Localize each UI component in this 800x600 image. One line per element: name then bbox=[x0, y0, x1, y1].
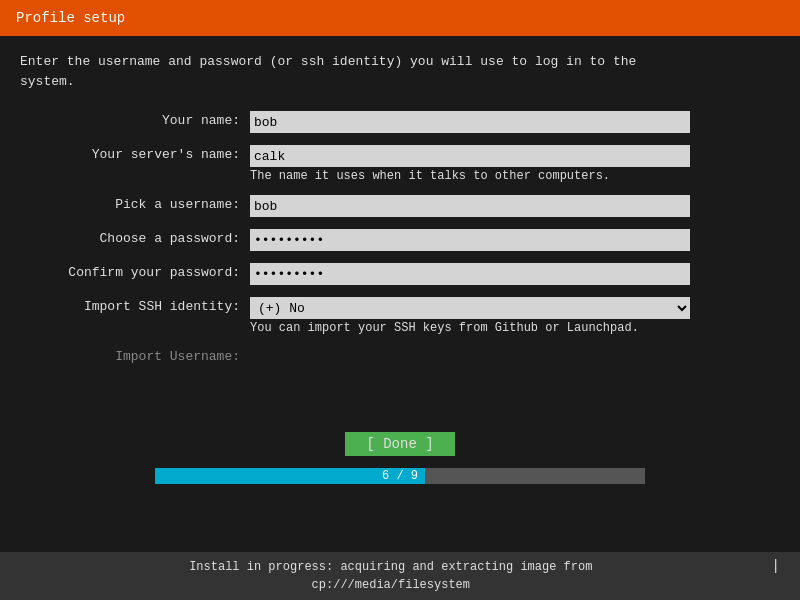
progress-bar-fill bbox=[155, 468, 425, 484]
footer-status-text: Install in progress: acquiring and extra… bbox=[20, 558, 762, 594]
confirm-password-row: Confirm your password: bbox=[20, 263, 780, 285]
your-name-label: Your name: bbox=[20, 111, 250, 128]
password-row: Choose a password: bbox=[20, 229, 780, 251]
server-name-field-col: The name it uses when it talks to other … bbox=[250, 145, 780, 183]
server-name-label: Your server's name: bbox=[20, 145, 250, 162]
done-button-row: [ Done ] bbox=[0, 432, 800, 456]
ssh-identity-field-col: (+) No Github Launchpad You can import y… bbox=[250, 297, 780, 335]
done-button-label: [ Done ] bbox=[366, 436, 433, 452]
import-username-row: Import Username: bbox=[20, 347, 780, 364]
done-button[interactable]: [ Done ] bbox=[345, 432, 455, 456]
password-input[interactable] bbox=[250, 229, 690, 251]
username-field-col bbox=[250, 195, 780, 217]
server-name-row: Your server's name: The name it uses whe… bbox=[20, 145, 780, 183]
confirm-password-input[interactable] bbox=[250, 263, 690, 285]
server-name-hint: The name it uses when it talks to other … bbox=[250, 169, 780, 183]
progress-wrapper: 6 / 9 bbox=[0, 468, 800, 484]
progress-bar-empty bbox=[425, 468, 646, 484]
confirm-password-field-col bbox=[250, 263, 780, 285]
progress-bar bbox=[155, 468, 645, 484]
header-title: Profile setup bbox=[16, 10, 125, 26]
ssh-identity-hint: You can import your SSH keys from Github… bbox=[250, 321, 780, 335]
server-name-input[interactable] bbox=[250, 145, 690, 167]
footer: Install in progress: acquiring and extra… bbox=[0, 552, 800, 600]
footer-pipe: | bbox=[772, 558, 780, 574]
your-name-input[interactable] bbox=[250, 111, 690, 133]
your-name-field-col bbox=[250, 111, 780, 133]
confirm-password-label: Confirm your password: bbox=[20, 263, 250, 280]
username-input[interactable] bbox=[250, 195, 690, 217]
password-label: Choose a password: bbox=[20, 229, 250, 246]
your-name-row: Your name: bbox=[20, 111, 780, 133]
import-username-label: Import Username: bbox=[20, 347, 250, 364]
username-label: Pick a username: bbox=[20, 195, 250, 212]
header: Profile setup bbox=[0, 0, 800, 36]
main-content: Enter the username and password (or ssh … bbox=[0, 36, 800, 392]
ssh-identity-select[interactable]: (+) No Github Launchpad bbox=[250, 297, 690, 319]
password-field-col bbox=[250, 229, 780, 251]
ssh-identity-row: Import SSH identity: (+) No Github Launc… bbox=[20, 297, 780, 335]
username-row: Pick a username: bbox=[20, 195, 780, 217]
ssh-identity-label: Import SSH identity: bbox=[20, 297, 250, 314]
intro-text: Enter the username and password (or ssh … bbox=[20, 52, 780, 91]
